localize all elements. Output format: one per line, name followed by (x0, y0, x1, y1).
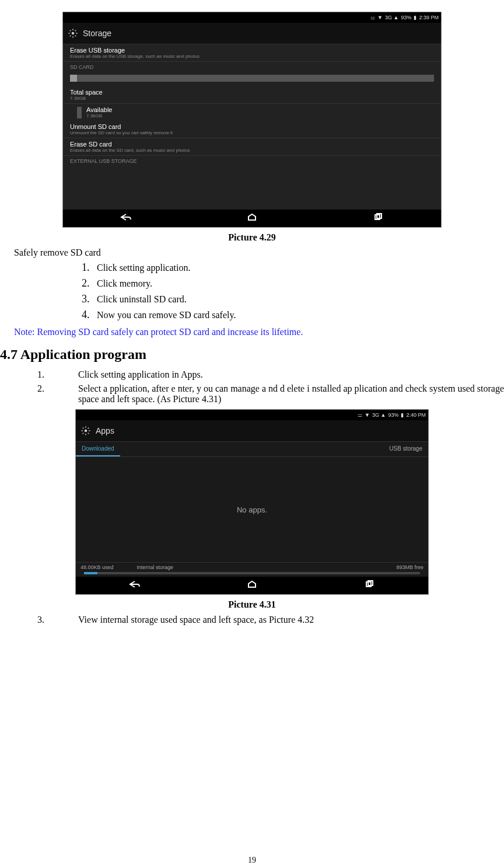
signal-icon: 3G ▲ (372, 412, 386, 418)
nav-bar (63, 210, 441, 227)
wifi-icon: ▼ (365, 412, 370, 418)
signal-icon: 3G ▲ (385, 15, 398, 20)
recent-icon[interactable] (363, 580, 375, 591)
item-title: Total space (70, 89, 434, 96)
apps-empty: No apps. (76, 457, 428, 562)
unmount-sd-item[interactable]: Unmount SD card Unmount the SD card so y… (63, 121, 441, 138)
free-label: 893MB free (396, 564, 424, 570)
battery-pct: 93% (388, 412, 398, 418)
item-sub: 7.36GB (86, 113, 112, 118)
settings-header: Apps (76, 420, 428, 442)
svg-point-0 (72, 32, 75, 35)
gear-icon (68, 28, 78, 39)
steps-safely-remove: 1.Click setting application. 2.Click mem… (82, 261, 504, 321)
erase-sd-item[interactable]: Erase SD card Erases all data on the SD … (63, 138, 441, 156)
header-title: Apps (96, 426, 114, 435)
screenshot-apps: ⚍ ▼ 3G ▲ 93% ▮ 2:40 PM Apps Downloaded U… (75, 409, 429, 595)
tab-downloaded[interactable]: Downloaded (76, 442, 120, 456)
item-sub: Unmount the SD card so you can safely re… (70, 130, 434, 135)
list-item: 2.Select a pplication, after e nter, y o… (37, 383, 504, 404)
available-color-icon (77, 107, 82, 118)
list-item: 3.Click uninstall SD card. (82, 293, 504, 305)
item-title: Available (86, 106, 112, 113)
home-icon[interactable] (246, 580, 258, 591)
item-sub: Erases all data on the SD card, such as … (70, 148, 434, 153)
caption-4-31: Picture 4.31 (0, 599, 504, 610)
item-title: Unmount SD card (70, 123, 434, 130)
section-heading-4-7: 4.7 Application program (0, 347, 504, 362)
item-title: Erase SD card (70, 141, 434, 148)
storage-bar (84, 572, 420, 574)
battery-icon: ▮ (414, 15, 416, 20)
sd-progress (70, 75, 434, 82)
clock: 2:39 PM (419, 15, 439, 20)
header-title: Storage (83, 29, 111, 38)
battery-pct: 93% (401, 15, 411, 20)
gear-icon (80, 425, 91, 436)
recent-icon[interactable] (372, 213, 384, 224)
item-title: Erase USB storage (70, 47, 434, 54)
caption-4-29: Picture 4.29 (0, 232, 504, 243)
external-usb-label: EXTERNAL USB STORAGE (63, 156, 441, 166)
bluetooth-icon: ⚍ (370, 15, 375, 20)
status-bar: ⚍ ▼ 3G ▲ 93% ▮ 2:39 PM (63, 12, 441, 23)
page-number: 19 (0, 856, 504, 865)
bluetooth-icon: ⚍ (358, 412, 362, 418)
no-apps-label: No apps. (237, 505, 267, 514)
safely-remove-heading: Safely remove SD card (14, 247, 498, 258)
tab-usb-storage[interactable]: USB storage (383, 442, 428, 456)
erase-usb-item[interactable]: Erase USB storage Erases all data on the… (63, 44, 441, 62)
screenshot-storage: ⚍ ▼ 3G ▲ 93% ▮ 2:39 PM Storage Erase USB… (62, 12, 442, 228)
list-item: 4.Now you can remove SD card safely. (82, 309, 504, 321)
list-item: 1.Click setting application in Apps. (37, 369, 504, 380)
home-icon[interactable] (246, 213, 258, 224)
battery-icon: ▮ (401, 412, 404, 418)
total-space-item[interactable]: Total space 7.39GB (63, 86, 441, 104)
settings-header: Storage (63, 23, 441, 44)
list-item: 1.Click setting application. (82, 261, 504, 274)
sd-card-label: SD CARD (63, 62, 441, 72)
footer-center: Internal storage (137, 564, 174, 570)
storage-list: Erase USB storage Erases all data on the… (63, 44, 441, 210)
item-sub: Erases all data on the USB storage, such… (70, 54, 434, 59)
steps-application-program-cont: 3.View internal storage used space and l… (37, 615, 504, 625)
back-icon[interactable] (120, 213, 132, 224)
status-bar: ⚍ ▼ 3G ▲ 93% ▮ 2:40 PM (76, 410, 428, 420)
clock: 2:40 PM (406, 412, 426, 418)
steps-application-program: 1.Click setting application in Apps. 2.S… (37, 369, 504, 404)
used-label: 48.00KB used (80, 564, 114, 570)
note-text: Note: Removing SD card safely can protec… (14, 327, 490, 337)
available-item[interactable]: Available 7.36GB (63, 104, 441, 121)
page: ⚍ ▼ 3G ▲ 93% ▮ 2:39 PM Storage Erase USB… (0, 12, 504, 865)
apps-tabs: Downloaded USB storage (76, 442, 428, 457)
nav-bar (76, 577, 428, 594)
item-sub: 7.39GB (70, 96, 434, 101)
back-icon[interactable] (129, 580, 141, 591)
wifi-icon: ▼ (377, 15, 383, 20)
list-item: 2.Click memory. (82, 277, 504, 290)
storage-footer: 48.00KB used Internal storage 893MB free (76, 562, 428, 572)
list-item: 3.View internal storage used space and l… (37, 615, 504, 625)
svg-point-3 (85, 430, 88, 432)
